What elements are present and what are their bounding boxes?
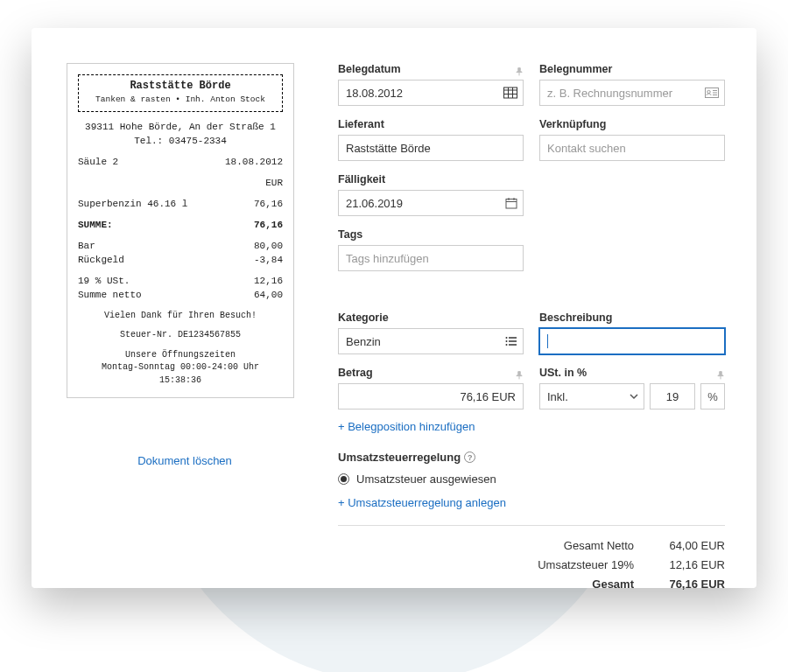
- receipt-title: Raststätte Börde: [82, 79, 278, 94]
- total-net-value: 64,00 EUR: [655, 536, 725, 556]
- list-icon[interactable]: [500, 336, 523, 346]
- field-vat: USt. in % Inkl. %: [539, 367, 725, 410]
- pin-icon: [716, 371, 725, 380]
- svg-rect-10: [506, 200, 517, 209]
- input-doc-date[interactable]: [338, 80, 524, 106]
- calendar-grid-icon[interactable]: [498, 87, 523, 99]
- receipt-change-row: Rückgeld -3,84: [78, 254, 283, 268]
- field-description: Beschreibung: [539, 312, 725, 354]
- input-tags[interactable]: [338, 245, 524, 271]
- receipt-subtitle: Tanken & rasten • Inh. Anton Stock: [82, 94, 278, 106]
- svg-rect-0: [504, 88, 517, 98]
- delete-document-link[interactable]: Dokument löschen: [67, 454, 303, 467]
- receipt-sum-row: SUMME: 76,16: [78, 219, 283, 233]
- input-description[interactable]: [539, 328, 725, 354]
- input-category[interactable]: [338, 328, 524, 354]
- input-doc-number[interactable]: [539, 80, 725, 106]
- receipt-hours-line: Montag-Sonntag 00:00-24:00 Uhr: [78, 361, 283, 374]
- totals-section: Gesamt Netto 64,00 EUR Umsatzsteuer 19% …: [338, 525, 725, 594]
- pin-icon: [515, 67, 524, 76]
- label-supplier: Lieferant: [338, 118, 524, 130]
- calendar-icon[interactable]: [500, 197, 523, 209]
- help-icon[interactable]: ?: [464, 452, 475, 463]
- label-due: Fälligkeit: [338, 173, 524, 186]
- receipt-image: Raststätte Börde Tanken & rasten • Inh. …: [67, 63, 294, 398]
- select-vat-type[interactable]: Inkl.: [539, 383, 644, 410]
- receipt-currency-row: EUR: [78, 177, 283, 191]
- vat-rule-section: Umsatzsteuerregelung ? Umsatzsteuer ausg…: [338, 451, 725, 509]
- radio-selected-icon: [338, 473, 349, 485]
- input-supplier[interactable]: [338, 135, 524, 161]
- vat-rule-radio[interactable]: Umsatzsteuer ausgewiesen: [338, 472, 725, 486]
- receipt-hours-title: Unsere Öffnungszeiten: [78, 349, 283, 362]
- add-position-link[interactable]: + Belegposition hinzufügen: [338, 420, 725, 433]
- field-doc-number: Belegnummer: [539, 63, 725, 106]
- receipt-currency: EUR: [265, 177, 283, 191]
- receipt-date: 18.08.2012: [225, 156, 283, 170]
- receipt-address1: 39311 Hohe Börde, An der Straße 1: [78, 121, 283, 135]
- receipt-cash-row: Bar 80,00: [78, 240, 283, 254]
- receipt-address2: Tel.: 03475-2334: [78, 135, 283, 149]
- vat-rule-title: Umsatzsteuerregelung: [338, 451, 461, 464]
- receipt-taxno: Steuer-Nr. DE1234567855: [78, 329, 283, 342]
- label-vat: USt. in %: [539, 367, 587, 379]
- add-vat-rule-link[interactable]: + Umsatzsteuerregelung anlegen: [338, 496, 725, 509]
- id-card-icon: [700, 88, 724, 98]
- receipt-thanks: Vielen Dank für Ihren Besuch!: [78, 310, 283, 323]
- receipt-pump-row: Säule 2 18.08.2012: [78, 156, 283, 170]
- svg-point-18: [506, 344, 508, 346]
- total-gross-value: 76,16 EUR: [655, 575, 725, 594]
- input-amount[interactable]: [338, 383, 524, 410]
- svg-point-14: [506, 337, 508, 339]
- field-amount: Betrag: [338, 367, 524, 410]
- receipt-header: Raststätte Börde Tanken & rasten • Inh. …: [78, 74, 283, 112]
- svg-point-6: [707, 90, 710, 93]
- caret-down-icon: [624, 392, 644, 401]
- receipt-preview-column: Raststätte Börde Tanken & rasten • Inh. …: [32, 28, 329, 588]
- label-description: Beschreibung: [539, 312, 725, 324]
- input-vat-rate[interactable]: [650, 383, 695, 410]
- field-link: Verknüpfung: [539, 118, 725, 161]
- field-due: Fälligkeit: [338, 173, 524, 216]
- input-link[interactable]: [539, 135, 725, 161]
- text-cursor: [547, 334, 548, 348]
- field-spacer: [539, 173, 725, 216]
- form-column: Belegdatum Belegnummer: [329, 28, 756, 588]
- field-category: Kategorie: [338, 312, 524, 354]
- receipt-time: 15:38:36: [78, 374, 283, 388]
- total-net-label: Gesamt Netto: [511, 536, 634, 556]
- label-doc-number: Belegnummer: [539, 63, 725, 75]
- label-amount: Betrag: [338, 367, 373, 379]
- receipt-fuel-row: Superbenzin 46.16 l 76,16: [78, 198, 283, 212]
- input-due[interactable]: [338, 190, 524, 216]
- field-tags: Tags: [338, 228, 524, 271]
- label-doc-date: Belegdatum: [338, 63, 401, 75]
- label-link: Verknüpfung: [539, 118, 725, 130]
- total-gross-label: Gesamt: [511, 575, 634, 594]
- field-doc-date: Belegdatum: [338, 63, 524, 106]
- total-vat-value: 12,16 EUR: [655, 556, 725, 575]
- field-supplier: Lieferant: [338, 118, 524, 161]
- receipt-form-card: Raststätte Börde Tanken & rasten • Inh. …: [32, 28, 756, 588]
- vat-rule-option-label: Umsatzsteuer ausgewiesen: [356, 472, 496, 486]
- label-category: Kategorie: [338, 312, 524, 324]
- receipt-pump: Säule 2: [78, 156, 118, 170]
- field-spacer-2: [539, 228, 725, 271]
- label-tags: Tags: [338, 228, 524, 241]
- total-vat-label: Umsatzsteuer 19%: [511, 556, 634, 575]
- pin-icon: [515, 371, 524, 380]
- svg-point-16: [506, 340, 508, 342]
- vat-percent-symbol: %: [700, 383, 725, 410]
- receipt-net-row: Summe netto 64,00: [78, 289, 283, 303]
- receipt-vat-row: 19 % USt. 12,16: [78, 275, 283, 289]
